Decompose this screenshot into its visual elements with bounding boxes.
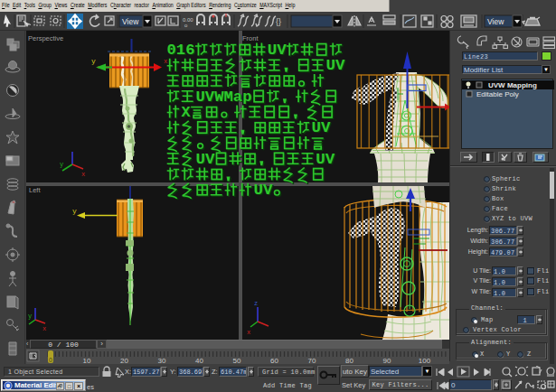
svg-text:View: View: [122, 17, 139, 26]
svg-text:y: y: [60, 161, 63, 168]
svg-text:100: 100: [419, 357, 431, 364]
svg-text:90: 90: [383, 357, 391, 364]
svg-text:0: 0: [49, 357, 52, 363]
svg-text:y: y: [72, 207, 77, 215]
svg-text:x: x: [247, 329, 250, 336]
svg-text:30: 30: [158, 357, 166, 364]
svg-text:80: 80: [345, 357, 353, 364]
svg-text:70: 70: [308, 357, 316, 364]
svg-text:View: View: [487, 17, 504, 26]
svg-text:{}: {}: [276, 17, 281, 26]
svg-text:y: y: [91, 57, 96, 65]
svg-text:o: o: [184, 23, 188, 28]
svg-text:60: 60: [270, 357, 278, 364]
svg-text:x: x: [164, 58, 167, 65]
svg-text:x: x: [42, 325, 46, 332]
svg-text:x: x: [81, 171, 85, 178]
svg-text:y: y: [28, 313, 32, 320]
svg-text:z: z: [254, 300, 258, 307]
svg-text:50: 50: [233, 357, 241, 364]
svg-text:10: 10: [83, 357, 91, 364]
svg-text:20: 20: [120, 357, 128, 364]
svg-text:40: 40: [195, 357, 203, 364]
